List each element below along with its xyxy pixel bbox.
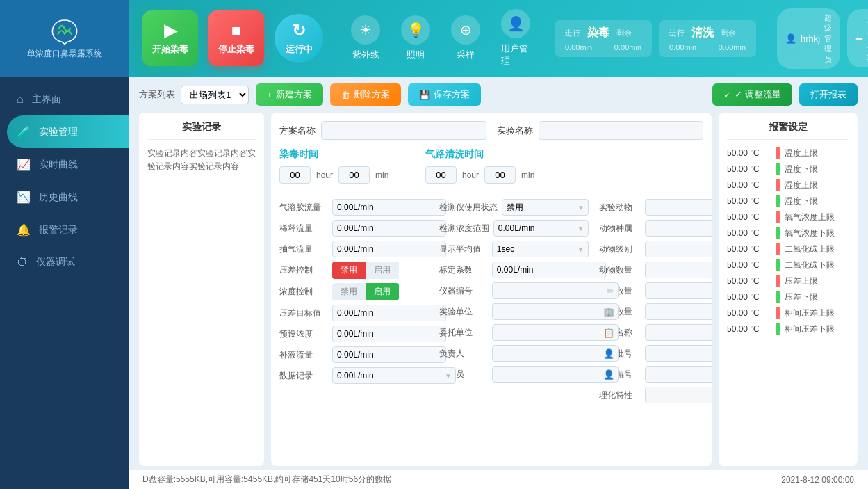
grade-input[interactable]: [645, 241, 712, 257]
logout-icon: ⬅: [855, 33, 863, 44]
exp-animal-input[interactable]: [645, 199, 712, 216]
alarm-val-2: 50.00 ℃: [727, 180, 772, 190]
scheme-name-input[interactable]: [321, 121, 486, 140]
logout-button[interactable]: ⬅ 退出系统: [847, 9, 868, 67]
sidebar-item-history[interactable]: 📉 历史曲线: [0, 181, 129, 214]
sidebar-experiments-label: 实验管理: [39, 126, 78, 138]
alarm-row-7: 50.00 ℃ 二氧化碳下限: [727, 259, 849, 271]
detect-range-dropdown: 0.00L/min ▼: [493, 220, 589, 237]
alarm-label-7: 二氧化碳下限: [785, 259, 849, 271]
scheme-select[interactable]: 出场列表1: [181, 86, 249, 104]
open-report-button[interactable]: 打开报表: [799, 83, 858, 106]
action-buttons: ▶ 开始染毒 ■ 停止染毒 ↻ 运行中: [129, 0, 337, 77]
alarm-val-10: 50.00 ℃: [727, 308, 772, 318]
detect-status-select[interactable]: 禁用: [502, 199, 589, 216]
form-row-replenish: 补液流量: [279, 346, 429, 363]
detect-range-select[interactable]: 0.00L/min: [493, 220, 589, 237]
delete-scheme-button[interactable]: 🗑 删除方案: [330, 83, 401, 106]
pump-input[interactable]: [332, 241, 446, 257]
alarm-row-10: 50.00 ℃ 柜间压差上限: [727, 307, 849, 319]
alarm-row-1: 50.00 ℃ 温度下限: [727, 163, 849, 175]
lighting-icon: 💡: [401, 15, 430, 45]
replenish-input[interactable]: [332, 346, 446, 363]
animal-row-grade: 动物级别: [599, 241, 703, 257]
conc-ctrl-disable[interactable]: 禁用: [332, 283, 366, 300]
sample-name-input[interactable]: [645, 324, 712, 341]
scheme-list-label: 方案列表: [139, 88, 175, 101]
data-record-input[interactable]: [332, 367, 456, 384]
start-button[interactable]: ▶ 开始染毒: [142, 10, 198, 66]
detect-status-label: 检测仪使用状态: [439, 202, 498, 214]
sidebar-item-realtime[interactable]: 📈 实时曲线: [0, 148, 129, 181]
infection-min-input[interactable]: [338, 166, 370, 184]
alarm-val-7: 50.00 ℃: [727, 260, 772, 270]
alarm-row-5: 50.00 ℃ 氧气浓度下限: [727, 227, 849, 239]
display-avg-dropdown: 1sec ▼: [492, 241, 589, 257]
nav-uv[interactable]: ☀ 紫外线: [351, 15, 380, 61]
running-button[interactable]: ↻ 运行中: [275, 14, 323, 63]
commission-input[interactable]: [492, 324, 619, 341]
preset-conc-input[interactable]: [332, 326, 446, 342]
alarm-row-11: 50.00 ℃ 柜间压差下限: [727, 323, 849, 335]
species-input[interactable]: [645, 220, 712, 237]
animal-count-input[interactable]: [645, 262, 712, 278]
experiment-record-content: 实验记录内容实验记录内容实验记录内容实验记录内容: [147, 147, 256, 173]
exp-animal-label: 实验动物: [599, 202, 641, 214]
start-label: 开始染毒: [152, 43, 188, 56]
airwash-min-input[interactable]: [484, 166, 516, 184]
nav-user-mgmt[interactable]: 👤 用户管理: [501, 9, 530, 67]
operator-input[interactable]: [492, 366, 619, 383]
nav-lighting[interactable]: 💡 照明: [401, 15, 430, 61]
check-icon: ✓: [723, 90, 731, 100]
infection-hour-input[interactable]: [279, 166, 311, 184]
female-count-input[interactable]: [645, 303, 712, 320]
exp-unit-icon: 🏢: [603, 307, 614, 317]
sidebar-item-experiments[interactable]: 🧪 实验管理: [7, 115, 129, 148]
responsible-input[interactable]: [492, 345, 619, 362]
pressure-ctrl-enable[interactable]: 启用: [366, 262, 399, 279]
alarm-row-0: 50.00 ℃ 温度上限: [727, 147, 849, 159]
new-scheme-button[interactable]: + 新建方案: [256, 83, 323, 106]
open-report-label: 打开报表: [810, 88, 846, 101]
save-scheme-button[interactable]: 💾 保存方案: [408, 83, 481, 106]
experiment-name-input[interactable]: [539, 121, 704, 140]
wash-progress-label: 进行: [669, 28, 685, 38]
pressure-target-input[interactable]: [332, 305, 446, 321]
airwash-hour-input[interactable]: [425, 166, 457, 184]
airwash-time-row: hour min: [425, 166, 557, 184]
datetime: 2021-8-12 09:00:00: [781, 475, 854, 485]
username: hrhkj: [801, 33, 820, 44]
form-row-pressure-ctrl: 压差控制 禁用 启用: [279, 262, 429, 279]
responsible-label: 负责人: [439, 348, 488, 360]
sample-no-input[interactable]: [645, 366, 712, 383]
main-form: 气溶胶流量 稀释流量 抽气流量 压差控制: [279, 199, 703, 408]
user-avatar-icon: 👤: [785, 33, 796, 44]
physics-input[interactable]: [645, 387, 712, 403]
dilute-input[interactable]: [332, 220, 446, 237]
sidebar-item-alarms[interactable]: 🔔 报警记录: [0, 214, 129, 246]
adjust-flow-button[interactable]: ✓ ✓ 调整流量: [712, 83, 792, 106]
alarm-val-9: 50.00 ℃: [727, 292, 772, 302]
sidebar-item-debug[interactable]: ⏱ 仪器调试: [0, 246, 129, 278]
pressure-ctrl-disable[interactable]: 禁用: [332, 262, 366, 279]
wash-remain-label: 剩余: [721, 28, 736, 38]
male-count-input[interactable]: [645, 282, 712, 299]
sample-batch-input[interactable]: [645, 345, 712, 362]
stop-button[interactable]: ■ 停止染毒: [208, 10, 264, 66]
physics-label: 理化特性: [599, 390, 641, 401]
display-avg-select[interactable]: 1sec: [492, 241, 589, 257]
exp-unit-input[interactable]: [492, 303, 619, 320]
grade-label: 动物级别: [599, 243, 641, 255]
calibration-input[interactable]: [492, 262, 606, 278]
left-form-col: 气溶胶流量 稀释流量 抽气流量 压差控制: [279, 199, 429, 408]
uv-icon: ☀: [351, 15, 380, 45]
sidebar-home-label: 主界面: [32, 93, 61, 106]
alarm-val-11: 50.00 ℃: [727, 324, 772, 334]
species-label: 动物种属: [599, 223, 641, 234]
aero-input[interactable]: [332, 199, 446, 216]
instrument-no-input[interactable]: [492, 282, 619, 299]
sidebar-item-home[interactable]: ⌂ 主界面: [0, 83, 129, 115]
conc-ctrl-enable[interactable]: 启用: [366, 283, 399, 300]
form-row-exp-unit: 实验单位 🏢: [439, 303, 589, 320]
nav-sampling[interactable]: ⊕ 采样: [451, 15, 480, 61]
